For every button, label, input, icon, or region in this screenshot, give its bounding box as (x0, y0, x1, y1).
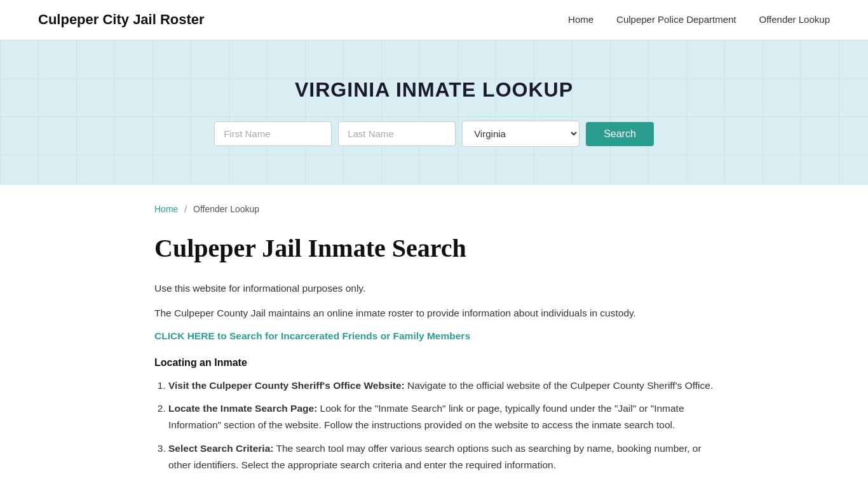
last-name-input[interactable] (338, 121, 456, 146)
nav-link-police[interactable]: Culpeper Police Department (616, 14, 736, 25)
list-item: Select Search Criteria: The search tool … (168, 440, 714, 474)
page-title: Culpeper Jail Inmate Search (154, 233, 714, 263)
instruction-bold-2: Locate the Inmate Search Page: (168, 403, 317, 414)
nav-link-home[interactable]: Home (568, 14, 593, 25)
nav-links: Home Culpeper Police Department Offender… (568, 14, 830, 25)
main-content: Home / Offender Lookup Culpeper Jail Inm… (129, 185, 739, 488)
instructions-list: Visit the Culpeper County Sheriff's Offi… (154, 377, 714, 474)
hero-title: VIRGINIA INMATE LOOKUP (295, 78, 573, 102)
intro-paragraph-1: Use this website for informational purpo… (154, 281, 714, 297)
search-button[interactable]: Search (586, 122, 654, 146)
list-item: Locate the Inmate Search Page: Look for … (168, 400, 714, 434)
nav-link-offender[interactable]: Offender Lookup (759, 14, 830, 25)
list-item: Visit the Culpeper County Sheriff's Offi… (168, 377, 714, 394)
first-name-input[interactable] (214, 121, 332, 146)
locating-subheading: Locating an Inmate (154, 357, 714, 369)
click-here-link[interactable]: CLICK HERE to Search for Incarcerated Fr… (154, 330, 470, 342)
instruction-text-1: Navigate to the official website of the … (405, 380, 713, 391)
hero-banner: VIRGINIA INMATE LOOKUP Virginia Alabama … (0, 40, 868, 185)
site-logo[interactable]: Culpeper City Jail Roster (38, 11, 205, 28)
breadcrumb-current: Offender Lookup (193, 204, 259, 214)
nav-item-home: Home (568, 14, 593, 25)
breadcrumb-home-link[interactable]: Home (154, 204, 178, 214)
state-select[interactable]: Virginia Alabama Alaska Arizona Arkansas… (462, 121, 580, 147)
site-header: Culpeper City Jail Roster Home Culpeper … (0, 0, 868, 40)
intro-paragraph-2: The Culpeper County Jail maintains an on… (154, 306, 714, 322)
instruction-bold-3: Select Search Criteria: (168, 443, 273, 454)
breadcrumb-separator: / (184, 204, 187, 214)
nav-item-police: Culpeper Police Department (616, 14, 736, 25)
breadcrumb: Home / Offender Lookup (154, 204, 714, 214)
main-nav: Home Culpeper Police Department Offender… (568, 14, 830, 25)
search-form: Virginia Alabama Alaska Arizona Arkansas… (214, 121, 654, 147)
nav-item-offender: Offender Lookup (759, 14, 830, 25)
instruction-bold-1: Visit the Culpeper County Sheriff's Offi… (168, 380, 405, 391)
